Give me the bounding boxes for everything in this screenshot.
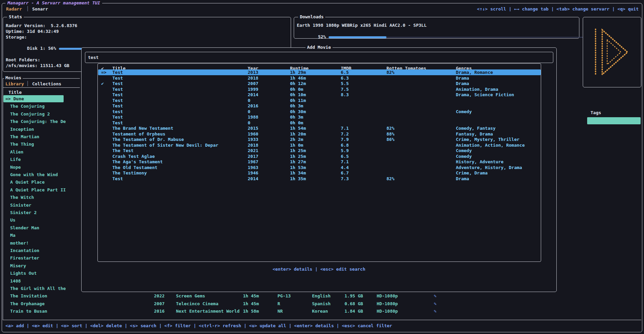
result-cell-genres: Comedy <box>456 148 472 153</box>
library-cell-year: 2022 <box>154 292 164 299</box>
library-row[interactable]: Train to Busan2016Next Entertainment Wor… <box>3 308 640 315</box>
library-tab-divider: │ <box>26 81 29 86</box>
add-movie-result-row[interactable]: The Testament of Dr. Mabuse19332h 2m7.98… <box>98 137 541 142</box>
result-cell-year: 2013 <box>248 69 258 75</box>
movie-title: A Quiet Place Part II <box>10 186 66 193</box>
movie-title: => Dune <box>5 95 24 102</box>
add-movie-result-row[interactable]: The Testament of Sister New Devil: Depar… <box>98 142 541 148</box>
add-movie-result-row[interactable]: Crash Test Aglae20171h 25m6.5Comedy <box>98 153 541 159</box>
result-cell-genres: Animation, Drama <box>456 86 498 92</box>
add-movie-result-row[interactable]: Test20181h 46m6.3Drama <box>98 75 541 81</box>
result-cell-year: 1963 <box>248 165 258 170</box>
result-cell-title: The Brand New Testament <box>112 125 173 131</box>
add-movie-result-row[interactable]: Testament of Orpheus19601h 20m7.288%Fant… <box>98 131 541 137</box>
managarr-screen: Managarr - A Servarr management TUI Rada… <box>0 0 644 334</box>
library-cell-size: 0.68 GB <box>345 300 363 307</box>
add-movie-result-row[interactable]: Test20141h 35m7.382%Drama <box>98 176 541 182</box>
result-cell-imdb: 7.2 <box>341 131 349 137</box>
result-cell-imdb: 7.9 <box>341 137 349 142</box>
add-movie-popup: Add Movie ✔TitleYearRuntimeIMDBRotten To… <box>81 47 557 292</box>
result-cell-genres: Fantasy, Drama <box>456 131 493 137</box>
library-row[interactable]: The Orphanage2007Telecinco Cinema1h 45mR… <box>3 300 640 307</box>
result-cell-runtime: 0h 30m <box>290 109 306 114</box>
result-cell-imdb: 6.5 <box>341 153 349 159</box>
add-movie-result-row[interactable]: Test20160h 3m <box>98 103 541 109</box>
tab-collections[interactable]: Collections <box>32 81 61 86</box>
library-cell-quality: HD-1080p <box>377 292 398 299</box>
library-cell-language: Spanish <box>312 300 331 307</box>
result-cell-year: 2021 <box>248 148 258 153</box>
result-cell-imdb: 4.4 <box>341 165 349 170</box>
result-cell-genres: Animation, Action, Romance <box>456 142 525 148</box>
library-tabs-underline <box>3 87 80 88</box>
app-title: Managarr - A Servarr management TUI <box>5 0 102 5</box>
result-cell-year: 2007 <box>248 81 258 86</box>
result-cell-year: 1988 <box>248 114 258 120</box>
add-movie-result-row[interactable]: =>Test20131h 29m6.582%Drama, Romance <box>98 69 541 75</box>
result-cell-imdb: 5.5 <box>341 81 349 86</box>
result-cell-year: 0 <box>248 120 250 126</box>
result-cell-genres: Drama, Science Fiction <box>456 92 514 98</box>
movie-title: The Girl with All the <box>10 285 66 292</box>
add-movie-result-row[interactable]: The Aga's Testament19671h 27m7.1History,… <box>98 159 541 165</box>
result-cell-runtime: 0h 0m <box>290 86 303 92</box>
library-cell-quality: HD-1080p <box>377 308 398 315</box>
movie-search-input[interactable] <box>88 55 553 60</box>
add-movie-result-row[interactable]: ✔Test20070h 12m5.5Drama <box>98 81 541 86</box>
add-movie-result-row[interactable]: The Testimony19461h 34m6.7Crime, Drama <box>98 170 541 176</box>
uptime: Uptime: 31d 04:32:49 <box>6 29 137 35</box>
download-percent: 52% <box>318 34 326 39</box>
result-cell-rotten_tomatoes: 88% <box>386 131 394 137</box>
result-cell-year: 2018 <box>248 75 258 81</box>
library-cell-year: 2007 <box>154 300 164 307</box>
download-gauge-fill <box>329 36 386 38</box>
result-cell-runtime: 1h 34m <box>290 170 306 176</box>
movie-title: Alien <box>10 148 23 155</box>
result-cell-rotten_tomatoes: 82% <box>386 176 394 182</box>
result-cell-rotten_tomatoes: 86% <box>386 137 394 142</box>
result-cell-genres: Comedy, Fantasy <box>456 125 495 131</box>
result-cell-year: 2014 <box>248 92 258 98</box>
result-cell-title: The Testimony <box>112 170 147 176</box>
add-movie-result-row[interactable]: Test20140h 10m8.3Drama, Science Fiction <box>98 92 541 98</box>
result-cell-year: 2017 <box>248 153 258 159</box>
movie-title: Firestarter <box>10 254 39 262</box>
result-cell-title: The Testament of Sister New Devil: Depar <box>112 142 218 148</box>
result-cell-title: Test <box>112 103 123 109</box>
result-cell-year: 1967 <box>248 159 258 165</box>
add-movie-result-row[interactable]: Test00h 11m <box>98 98 541 103</box>
tab-radarr[interactable]: Radarr <box>6 6 22 12</box>
result-cell-imdb: 6.5 <box>341 69 349 75</box>
movie-title: Nope <box>10 164 21 171</box>
tags-selected-row-highlight[interactable] <box>587 117 641 124</box>
tab-sonarr[interactable]: Sonarr <box>32 6 48 12</box>
library-cell-size: 1.95 GB <box>345 292 363 299</box>
movie-title: Slender Man <box>10 224 39 231</box>
result-cell-imdb: 8.3 <box>341 92 349 98</box>
movie-title: Gone with the Wind <box>10 171 58 178</box>
monitored-pencil-icon: ✎ <box>434 300 437 307</box>
add-movie-result-row[interactable]: The Test20211h 25m5.9Comedy <box>98 148 541 153</box>
movie-title: The Invitation <box>10 292 47 299</box>
table-bottom-border <box>3 320 641 320</box>
add-movie-result-row[interactable]: test00h 30mComedy <box>98 109 541 114</box>
movie-title: Lights Out <box>10 270 37 277</box>
tab-library[interactable]: Library <box>5 81 24 86</box>
movie-title: mother! <box>10 239 29 247</box>
download-progress-gauge <box>329 36 592 39</box>
add-movie-result-row[interactable]: Test00h 0m <box>98 120 541 126</box>
result-cell-runtime: 1h 25m <box>290 153 306 159</box>
result-cell-title: Test <box>112 120 123 126</box>
add-movie-result-row[interactable]: Test19990h 0m7.5Animation, Drama <box>98 86 541 92</box>
add-movie-result-row[interactable]: The Brand New Testament20151h 54m7.182%C… <box>98 125 541 131</box>
result-cell-year: 2014 <box>248 176 258 182</box>
result-cell-title: Test <box>112 86 123 92</box>
add-movie-result-row[interactable]: The Old Testament19631h 53m4.4Adventure,… <box>98 165 541 170</box>
add-movie-result-row[interactable]: Test19880h 3m <box>98 114 541 120</box>
result-cell-year: 2016 <box>248 103 258 109</box>
movie-title: Sinister 2 <box>10 209 37 216</box>
result-cell-runtime: 1h 29m <box>290 69 306 75</box>
result-cell-year: 1960 <box>248 131 258 137</box>
selected-row-arrow: => <box>101 69 107 75</box>
library-row[interactable]: The Invitation2022Screen Gems1h 45mPG-13… <box>3 292 640 299</box>
